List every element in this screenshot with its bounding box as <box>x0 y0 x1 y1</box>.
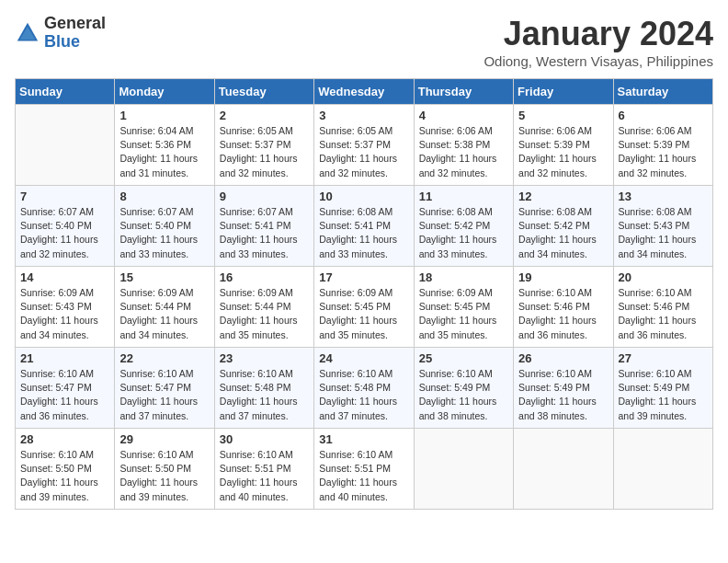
day-info: Sunrise: 6:05 AM Sunset: 5:37 PM Dayligh… <box>220 124 309 180</box>
day-info: Sunrise: 6:10 AM Sunset: 5:47 PM Dayligh… <box>20 367 109 423</box>
calendar-header-row: SundayMondayTuesdayWednesdayThursdayFrid… <box>16 79 713 105</box>
day-number: 24 <box>319 351 408 365</box>
day-info: Sunrise: 6:10 AM Sunset: 5:51 PM Dayligh… <box>319 448 408 504</box>
day-info: Sunrise: 6:06 AM Sunset: 5:39 PM Dayligh… <box>518 124 608 180</box>
calendar-cell: 17Sunrise: 6:09 AM Sunset: 5:45 PM Dayli… <box>314 267 414 348</box>
calendar-cell: 24Sunrise: 6:10 AM Sunset: 5:48 PM Dayli… <box>314 348 414 429</box>
calendar-cell: 18Sunrise: 6:09 AM Sunset: 5:45 PM Dayli… <box>414 267 513 348</box>
day-number: 18 <box>419 270 508 284</box>
day-info: Sunrise: 6:09 AM Sunset: 5:44 PM Dayligh… <box>119 286 209 342</box>
day-number: 23 <box>220 351 309 365</box>
day-number: 26 <box>518 351 608 365</box>
calendar-cell: 29Sunrise: 6:10 AM Sunset: 5:50 PM Dayli… <box>115 429 214 510</box>
calendar-cell: 15Sunrise: 6:09 AM Sunset: 5:44 PM Dayli… <box>115 267 214 348</box>
calendar-week-row: 1Sunrise: 6:04 AM Sunset: 5:36 PM Daylig… <box>16 105 713 186</box>
calendar-cell: 5Sunrise: 6:06 AM Sunset: 5:39 PM Daylig… <box>514 105 613 186</box>
calendar-cell: 14Sunrise: 6:09 AM Sunset: 5:43 PM Dayli… <box>16 267 115 348</box>
calendar-cell: 23Sunrise: 6:10 AM Sunset: 5:48 PM Dayli… <box>214 348 313 429</box>
day-info: Sunrise: 6:10 AM Sunset: 5:47 PM Dayligh… <box>119 367 209 423</box>
calendar-cell: 10Sunrise: 6:08 AM Sunset: 5:41 PM Dayli… <box>314 186 414 267</box>
col-header-tuesday: Tuesday <box>214 79 313 105</box>
day-info: Sunrise: 6:10 AM Sunset: 5:49 PM Dayligh… <box>419 367 508 423</box>
day-info: Sunrise: 6:04 AM Sunset: 5:36 PM Dayligh… <box>119 124 209 180</box>
calendar-cell: 9Sunrise: 6:07 AM Sunset: 5:41 PM Daylig… <box>214 186 313 267</box>
day-info: Sunrise: 6:10 AM Sunset: 5:48 PM Dayligh… <box>220 367 309 423</box>
day-info: Sunrise: 6:10 AM Sunset: 5:50 PM Dayligh… <box>119 448 209 504</box>
day-info: Sunrise: 6:07 AM Sunset: 5:41 PM Dayligh… <box>220 205 309 261</box>
calendar-cell <box>16 105 115 186</box>
day-info: Sunrise: 6:07 AM Sunset: 5:40 PM Dayligh… <box>119 205 209 261</box>
day-info: Sunrise: 6:10 AM Sunset: 5:48 PM Dayligh… <box>319 367 408 423</box>
calendar-cell: 27Sunrise: 6:10 AM Sunset: 5:49 PM Dayli… <box>613 348 712 429</box>
day-info: Sunrise: 6:10 AM Sunset: 5:49 PM Dayligh… <box>619 367 708 423</box>
day-number: 30 <box>220 432 309 446</box>
day-info: Sunrise: 6:09 AM Sunset: 5:45 PM Dayligh… <box>319 286 408 342</box>
day-info: Sunrise: 6:06 AM Sunset: 5:38 PM Dayligh… <box>419 124 508 180</box>
title-block: January 2024 Odiong, Western Visayas, Ph… <box>483 15 713 69</box>
day-info: Sunrise: 6:10 AM Sunset: 5:50 PM Dayligh… <box>20 448 109 504</box>
day-info: Sunrise: 6:08 AM Sunset: 5:41 PM Dayligh… <box>319 205 408 261</box>
day-number: 5 <box>518 109 608 122</box>
day-info: Sunrise: 6:08 AM Sunset: 5:42 PM Dayligh… <box>518 205 608 261</box>
col-header-monday: Monday <box>115 79 214 105</box>
day-info: Sunrise: 6:07 AM Sunset: 5:40 PM Dayligh… <box>20 205 109 261</box>
day-info: Sunrise: 6:10 AM Sunset: 5:46 PM Dayligh… <box>518 286 608 342</box>
day-number: 9 <box>220 190 309 203</box>
calendar-cell: 20Sunrise: 6:10 AM Sunset: 5:46 PM Dayli… <box>613 267 712 348</box>
day-number: 25 <box>419 351 508 365</box>
day-info: Sunrise: 6:08 AM Sunset: 5:42 PM Dayligh… <box>419 205 508 261</box>
day-number: 12 <box>518 190 608 203</box>
day-number: 29 <box>119 432 209 446</box>
day-number: 1 <box>119 109 209 122</box>
day-number: 15 <box>119 270 209 284</box>
day-number: 20 <box>619 270 708 284</box>
calendar-week-row: 14Sunrise: 6:09 AM Sunset: 5:43 PM Dayli… <box>16 267 713 348</box>
calendar-cell: 16Sunrise: 6:09 AM Sunset: 5:44 PM Dayli… <box>214 267 313 348</box>
calendar-cell: 28Sunrise: 6:10 AM Sunset: 5:50 PM Dayli… <box>16 429 115 510</box>
day-number: 22 <box>119 351 209 365</box>
location-title: Odiong, Western Visayas, Philippines <box>483 53 713 69</box>
day-info: Sunrise: 6:10 AM Sunset: 5:46 PM Dayligh… <box>619 286 708 342</box>
day-number: 19 <box>518 270 608 284</box>
calendar-cell: 26Sunrise: 6:10 AM Sunset: 5:49 PM Dayli… <box>514 348 613 429</box>
calendar-cell: 2Sunrise: 6:05 AM Sunset: 5:37 PM Daylig… <box>214 105 313 186</box>
day-info: Sunrise: 6:05 AM Sunset: 5:37 PM Dayligh… <box>319 124 408 180</box>
calendar-cell: 13Sunrise: 6:08 AM Sunset: 5:43 PM Dayli… <box>613 186 712 267</box>
day-info: Sunrise: 6:09 AM Sunset: 5:43 PM Dayligh… <box>20 286 109 342</box>
calendar-cell <box>613 429 712 510</box>
calendar-table: SundayMondayTuesdayWednesdayThursdayFrid… <box>15 78 713 510</box>
day-info: Sunrise: 6:08 AM Sunset: 5:43 PM Dayligh… <box>619 205 708 261</box>
day-number: 2 <box>220 109 309 122</box>
calendar-cell: 25Sunrise: 6:10 AM Sunset: 5:49 PM Dayli… <box>414 348 513 429</box>
col-header-thursday: Thursday <box>414 79 513 105</box>
calendar-week-row: 28Sunrise: 6:10 AM Sunset: 5:50 PM Dayli… <box>16 429 713 510</box>
calendar-cell: 12Sunrise: 6:08 AM Sunset: 5:42 PM Dayli… <box>514 186 613 267</box>
day-info: Sunrise: 6:09 AM Sunset: 5:44 PM Dayligh… <box>220 286 309 342</box>
day-number: 3 <box>319 109 408 122</box>
calendar-cell <box>414 429 513 510</box>
calendar-cell: 19Sunrise: 6:10 AM Sunset: 5:46 PM Dayli… <box>514 267 613 348</box>
col-header-sunday: Sunday <box>16 79 115 105</box>
calendar-cell: 4Sunrise: 6:06 AM Sunset: 5:38 PM Daylig… <box>414 105 513 186</box>
day-number: 21 <box>20 351 109 365</box>
logo: General Blue <box>15 15 106 52</box>
day-number: 10 <box>319 190 408 203</box>
day-number: 4 <box>419 109 508 122</box>
col-header-saturday: Saturday <box>613 79 712 105</box>
calendar-cell: 1Sunrise: 6:04 AM Sunset: 5:36 PM Daylig… <box>115 105 214 186</box>
day-number: 28 <box>20 432 109 446</box>
day-number: 11 <box>419 190 508 203</box>
calendar-cell: 11Sunrise: 6:08 AM Sunset: 5:42 PM Dayli… <box>414 186 513 267</box>
day-number: 17 <box>319 270 408 284</box>
calendar-cell: 21Sunrise: 6:10 AM Sunset: 5:47 PM Dayli… <box>16 348 115 429</box>
calendar-cell: 22Sunrise: 6:10 AM Sunset: 5:47 PM Dayli… <box>115 348 214 429</box>
day-number: 7 <box>20 190 109 203</box>
day-info: Sunrise: 6:09 AM Sunset: 5:45 PM Dayligh… <box>419 286 508 342</box>
day-number: 8 <box>119 190 209 203</box>
logo-blue-text: Blue <box>44 33 106 52</box>
day-number: 14 <box>20 270 109 284</box>
calendar-cell: 7Sunrise: 6:07 AM Sunset: 5:40 PM Daylig… <box>16 186 115 267</box>
col-header-wednesday: Wednesday <box>314 79 414 105</box>
day-info: Sunrise: 6:10 AM Sunset: 5:49 PM Dayligh… <box>518 367 608 423</box>
calendar-cell: 31Sunrise: 6:10 AM Sunset: 5:51 PM Dayli… <box>314 429 414 510</box>
